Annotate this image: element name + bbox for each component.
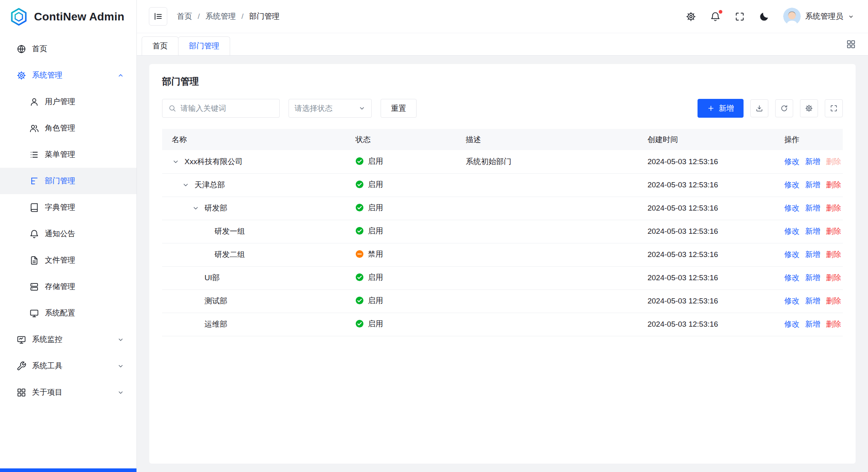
sidebar-item-label: 菜单管理 xyxy=(45,149,75,160)
cell-description xyxy=(456,243,638,266)
delete-link[interactable]: 删除 xyxy=(826,181,841,189)
add-link[interactable]: 新增 xyxy=(805,227,820,235)
delete-link[interactable]: 删除 xyxy=(826,297,841,305)
add-link[interactable]: 新增 xyxy=(805,250,820,259)
modify-link[interactable]: 修改 xyxy=(784,273,800,282)
fullscreen-icon[interactable] xyxy=(734,11,745,22)
search-input[interactable] xyxy=(180,104,274,113)
add-link[interactable]: 新增 xyxy=(805,204,820,212)
modify-link[interactable]: 修改 xyxy=(784,320,800,328)
settings-icon[interactable] xyxy=(686,11,696,22)
storage-icon xyxy=(29,282,39,292)
modify-link[interactable]: 修改 xyxy=(784,157,800,166)
search-box xyxy=(162,99,280,118)
cell-actions: 修改新增删除 xyxy=(775,266,843,289)
modify-link[interactable]: 修改 xyxy=(784,297,800,305)
department-name: 测试部 xyxy=(204,296,227,306)
users-icon xyxy=(29,123,39,133)
cell-description xyxy=(456,313,638,336)
cell-name: 研发二组 xyxy=(162,243,346,266)
sidebar-item-storage-management[interactable]: 存储管理 xyxy=(0,273,136,300)
sidebar: ContiNew Admin 首页系统管理用户管理角色管理菜单管理部门管理字典管… xyxy=(0,0,137,472)
reset-button[interactable]: 重置 xyxy=(381,99,417,118)
delete-link[interactable]: 删除 xyxy=(826,273,841,282)
status-select-value: 请选择状态 xyxy=(295,103,333,114)
sidebar-item-system-monitor[interactable]: 系统监控 xyxy=(0,326,136,353)
layout-grid-icon[interactable] xyxy=(846,39,856,49)
delete-link: 删除 xyxy=(826,157,841,166)
sidebar-item-label: 系统监控 xyxy=(32,334,62,345)
sidebar-item-dict-management[interactable]: 字典管理 xyxy=(0,194,136,221)
delete-link[interactable]: 删除 xyxy=(826,204,841,212)
department-name: 研发二组 xyxy=(214,249,245,260)
breadcrumb-item[interactable]: 部门管理 xyxy=(249,11,280,22)
table-fullscreen-button[interactable] xyxy=(825,99,843,117)
status-select[interactable]: 请选择状态 xyxy=(289,99,372,118)
tab-home[interactable]: 首页 xyxy=(142,36,178,55)
notifications-button[interactable] xyxy=(710,11,721,22)
delete-link[interactable]: 删除 xyxy=(826,320,841,328)
sidebar-item-user-management[interactable]: 用户管理 xyxy=(0,88,136,115)
sidebar-item-system-tools[interactable]: 系统工具 xyxy=(0,353,136,379)
export-button[interactable] xyxy=(750,99,768,117)
sidebar-item-menu-management[interactable]: 菜单管理 xyxy=(0,141,136,168)
status-label: 启用 xyxy=(368,319,383,329)
add-link[interactable]: 新增 xyxy=(805,297,820,305)
add-button[interactable]: 新增 xyxy=(698,99,744,118)
modify-link[interactable]: 修改 xyxy=(784,181,800,189)
tabs: 首页部门管理 xyxy=(142,36,230,55)
sidebar-item-about-project[interactable]: 关于项目 xyxy=(0,379,136,406)
tree-node: Xxx科技有限公司 xyxy=(172,157,336,167)
modify-link[interactable]: 修改 xyxy=(784,227,800,235)
home-icon xyxy=(16,44,26,54)
sidebar-item-file-management[interactable]: 文件管理 xyxy=(0,247,136,273)
cell-created-time: 2024-05-03 12:53:16 xyxy=(638,220,775,243)
app-logo[interactable]: ContiNew Admin xyxy=(0,0,136,33)
sidebar-item-system-management[interactable]: 系统管理 xyxy=(0,62,136,88)
modify-link[interactable]: 修改 xyxy=(784,250,800,259)
status-badge: 启用 xyxy=(355,226,383,236)
sidebar-item-home[interactable]: 首页 xyxy=(0,36,136,62)
status-label: 启用 xyxy=(368,226,383,236)
sidebar-item-label: 关于项目 xyxy=(32,387,62,398)
chevron-down-icon xyxy=(358,104,366,112)
tab-department-management[interactable]: 部门管理 xyxy=(178,36,230,55)
user-menu[interactable]: 系统管理员 xyxy=(783,8,854,25)
gear-icon xyxy=(16,70,26,80)
refresh-button[interactable] xyxy=(775,99,793,117)
sidebar-item-notice[interactable]: 通知公告 xyxy=(0,221,136,247)
chevron-down-icon[interactable] xyxy=(192,204,200,212)
tab-bar: 首页部门管理 xyxy=(137,33,868,56)
delete-link[interactable]: 删除 xyxy=(826,227,841,235)
modify-link[interactable]: 修改 xyxy=(784,204,800,212)
grid-icon xyxy=(16,388,26,398)
table-row: 测试部启用2024-05-03 12:53:16修改新增删除 xyxy=(162,289,843,313)
logo-icon xyxy=(10,8,28,26)
sidebar-item-role-management[interactable]: 角色管理 xyxy=(0,115,136,141)
cell-status: 启用 xyxy=(346,313,456,336)
table-row: 研发部启用2024-05-03 12:53:16修改新增删除 xyxy=(162,197,843,220)
delete-link[interactable]: 删除 xyxy=(826,250,841,259)
table-row: 研发二组禁用2024-05-03 12:53:16修改新增删除 xyxy=(162,243,843,266)
chevron-down-icon xyxy=(117,362,124,370)
column-header-2: 描述 xyxy=(456,129,638,150)
sidebar-bottom-bar xyxy=(0,468,136,472)
add-link[interactable]: 新增 xyxy=(805,320,820,328)
sidebar-item-department-management[interactable]: 部门管理 xyxy=(0,168,136,194)
moon-icon[interactable] xyxy=(759,11,770,22)
add-link[interactable]: 新增 xyxy=(805,273,820,282)
status-enabled-icon xyxy=(355,227,364,235)
chevron-down-icon[interactable] xyxy=(172,158,180,166)
add-link[interactable]: 新增 xyxy=(805,157,820,166)
status-badge: 启用 xyxy=(355,203,383,213)
chevron-down-icon[interactable] xyxy=(182,181,190,189)
breadcrumb-separator: / xyxy=(198,12,200,21)
breadcrumb-item[interactable]: 系统管理 xyxy=(205,11,236,22)
sidebar-item-system-config[interactable]: 系统配置 xyxy=(0,300,136,326)
table-settings-button[interactable] xyxy=(800,99,818,117)
add-link[interactable]: 新增 xyxy=(805,181,820,189)
collapse-sidebar-button[interactable] xyxy=(149,7,167,26)
status-enabled-icon xyxy=(355,157,364,165)
status-label: 启用 xyxy=(368,156,383,167)
breadcrumb-item[interactable]: 首页 xyxy=(177,11,192,22)
